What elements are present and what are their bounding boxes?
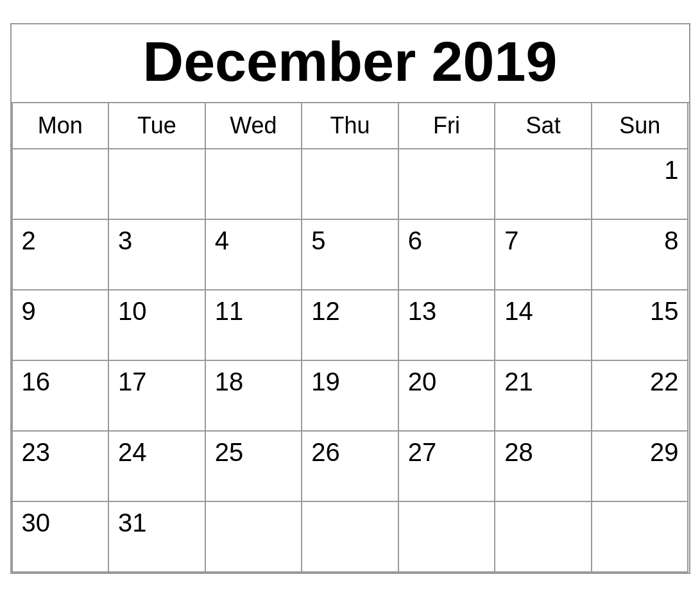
day-cell-empty-w5-d4[interactable]: [399, 502, 496, 573]
header-thu: Thu: [302, 103, 399, 149]
day-cell-18[interactable]: 18: [206, 361, 303, 432]
header-sun: Sun: [592, 103, 689, 149]
header-tue: Tue: [109, 103, 206, 149]
calendar: December 2019 MonTueWedThuFriSatSun12345…: [10, 23, 690, 574]
day-cell-9[interactable]: 9: [13, 290, 110, 361]
day-cell-empty-w0-d1[interactable]: [109, 149, 206, 220]
day-cell-31[interactable]: 31: [109, 502, 206, 573]
day-cell-21[interactable]: 21: [495, 361, 592, 432]
day-cell-24[interactable]: 24: [109, 432, 206, 502]
day-cell-empty-w5-d3[interactable]: [302, 502, 399, 573]
header-sat: Sat: [495, 103, 592, 149]
day-cell-28[interactable]: 28: [495, 432, 592, 502]
day-cell-16[interactable]: 16: [13, 361, 110, 432]
day-cell-empty-w0-d5[interactable]: [495, 149, 592, 220]
day-cell-11[interactable]: 11: [206, 290, 303, 361]
day-cell-8[interactable]: 8: [592, 220, 689, 290]
header-wed: Wed: [206, 103, 303, 149]
day-cell-26[interactable]: 26: [302, 432, 399, 502]
day-cell-22[interactable]: 22: [592, 361, 689, 432]
day-cell-12[interactable]: 12: [302, 290, 399, 361]
day-cell-17[interactable]: 17: [109, 361, 206, 432]
day-cell-13[interactable]: 13: [399, 290, 496, 361]
day-cell-3[interactable]: 3: [109, 220, 206, 290]
day-cell-4[interactable]: 4: [206, 220, 303, 290]
header-mon: Mon: [13, 103, 110, 149]
day-cell-30[interactable]: 30: [13, 502, 110, 573]
calendar-grid: MonTueWedThuFriSatSun1234567891011121314…: [12, 103, 689, 573]
day-cell-empty-w5-d6[interactable]: [592, 502, 689, 573]
day-cell-empty-w0-d0[interactable]: [13, 149, 110, 220]
day-cell-6[interactable]: 6: [399, 220, 496, 290]
day-cell-empty-w5-d5[interactable]: [495, 502, 592, 573]
day-cell-5[interactable]: 5: [302, 220, 399, 290]
day-cell-25[interactable]: 25: [206, 432, 303, 502]
day-cell-23[interactable]: 23: [13, 432, 110, 502]
day-cell-19[interactable]: 19: [302, 361, 399, 432]
day-cell-10[interactable]: 10: [109, 290, 206, 361]
calendar-title: December 2019: [12, 24, 689, 103]
day-cell-7[interactable]: 7: [495, 220, 592, 290]
day-cell-1[interactable]: 1: [592, 149, 689, 220]
day-cell-empty-w0-d4[interactable]: [399, 149, 496, 220]
day-cell-empty-w5-d2[interactable]: [206, 502, 303, 573]
day-cell-2[interactable]: 2: [13, 220, 110, 290]
day-cell-29[interactable]: 29: [592, 432, 689, 502]
day-cell-20[interactable]: 20: [399, 361, 496, 432]
day-cell-14[interactable]: 14: [495, 290, 592, 361]
day-cell-empty-w0-d2[interactable]: [206, 149, 303, 220]
header-fri: Fri: [399, 103, 496, 149]
day-cell-27[interactable]: 27: [399, 432, 496, 502]
day-cell-15[interactable]: 15: [592, 290, 689, 361]
day-cell-empty-w0-d3[interactable]: [302, 149, 399, 220]
